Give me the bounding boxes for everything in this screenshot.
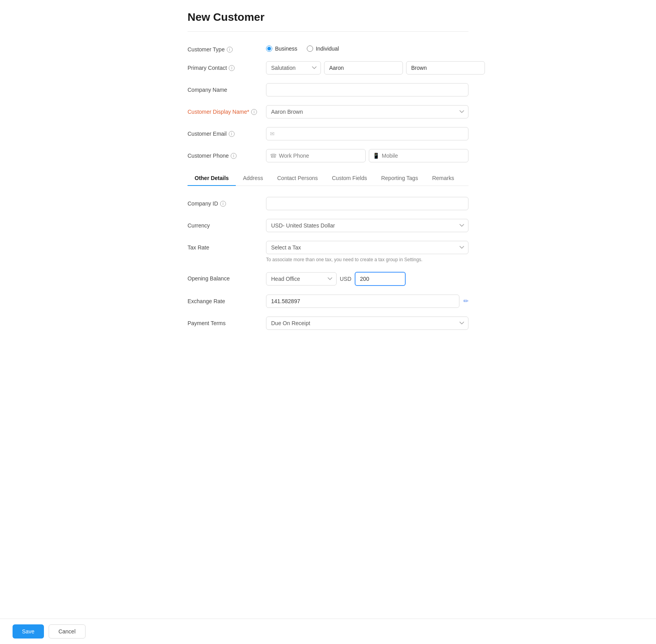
opening-balance-control: Head Office Branch 1 Branch 2 USD	[266, 272, 468, 286]
customer-phone-control: ☎ 📱	[266, 149, 468, 162]
tab-address[interactable]: Address	[236, 171, 270, 186]
opening-balance-amount-input[interactable]	[355, 272, 406, 286]
email-field-wrapper: ✉	[266, 127, 468, 140]
display-name-control: Aaron Brown Aaron Brown	[266, 105, 468, 118]
tax-rate-select[interactable]: Select a Tax	[266, 241, 468, 254]
currency-select[interactable]: USD- United States Dollar EUR- Euro GBP-…	[266, 219, 468, 232]
customer-type-row: Customer Type i Business Individual	[188, 43, 468, 53]
last-name-input[interactable]	[406, 61, 485, 75]
exchange-rate-control: ✏	[266, 295, 468, 308]
tab-contact-persons[interactable]: Contact Persons	[270, 171, 325, 186]
tab-other-details[interactable]: Other Details	[188, 171, 236, 186]
company-name-input[interactable]	[266, 83, 468, 96]
radio-individual[interactable]: Individual	[307, 45, 339, 52]
customer-email-control: ✉	[266, 127, 468, 140]
radio-business-label: Business	[275, 45, 297, 52]
payment-terms-select[interactable]: Due On Receipt Net 15 Net 30 Net 45 Net …	[266, 317, 468, 330]
currency-row: Currency USD- United States Dollar EUR- …	[188, 219, 468, 232]
company-name-row: Company Name	[188, 83, 468, 96]
customer-email-info-icon[interactable]: i	[229, 131, 235, 137]
company-id-control	[266, 197, 468, 210]
payment-terms-control: Due On Receipt Net 15 Net 30 Net 45 Net …	[266, 317, 468, 330]
exchange-rate-input[interactable]	[266, 295, 459, 308]
mobile-icon: 📱	[373, 153, 379, 159]
customer-email-label: Customer Email i	[188, 127, 266, 137]
display-name-row: Customer Display Name* i Aaron Brown Aar…	[188, 105, 468, 118]
tab-remarks[interactable]: Remarks	[425, 171, 461, 186]
primary-contact-control: Salutation Mr. Mrs. Ms. Dr. Prof.	[266, 61, 485, 75]
tabs: Other Details Address Contact Persons Cu…	[188, 171, 468, 186]
company-id-row: Company ID i	[188, 197, 468, 210]
opening-balance-row: Opening Balance Head Office Branch 1 Bra…	[188, 272, 468, 286]
radio-business-input[interactable]	[266, 45, 272, 52]
tab-reporting-tags[interactable]: Reporting Tags	[374, 171, 425, 186]
display-name-label: Customer Display Name* i	[188, 105, 266, 115]
customer-type-label: Customer Type i	[188, 43, 266, 53]
customer-phone-label: Customer Phone i	[188, 149, 266, 159]
primary-contact-label: Primary Contact i	[188, 61, 266, 71]
email-icon: ✉	[270, 131, 275, 137]
work-phone-icon: ☎	[270, 153, 277, 159]
company-name-control	[266, 83, 468, 96]
opening-balance-branch-select[interactable]: Head Office Branch 1 Branch 2	[266, 272, 337, 286]
opening-balance-currency: USD	[340, 276, 352, 282]
radio-individual-input[interactable]	[307, 45, 313, 52]
currency-label: Currency	[188, 219, 266, 229]
tab-custom-fields[interactable]: Custom Fields	[325, 171, 374, 186]
tax-rate-help: To associate more than one tax, you need…	[266, 257, 468, 263]
work-phone-field: ☎	[266, 149, 366, 162]
customer-email-input[interactable]	[266, 127, 468, 140]
customer-phone-row: Customer Phone i ☎ 📱	[188, 149, 468, 162]
tax-rate-control: Select a Tax To associate more than one …	[266, 241, 468, 263]
company-id-info-icon[interactable]: i	[220, 201, 226, 207]
customer-type-control: Business Individual	[266, 43, 468, 52]
display-name-info-icon[interactable]: i	[251, 109, 257, 115]
company-id-label: Company ID i	[188, 197, 266, 207]
payment-terms-row: Payment Terms Due On Receipt Net 15 Net …	[188, 317, 468, 330]
primary-contact-row: Primary Contact i Salutation Mr. Mrs. Ms…	[188, 61, 468, 75]
company-id-input[interactable]	[266, 197, 468, 210]
currency-control: USD- United States Dollar EUR- Euro GBP-…	[266, 219, 468, 232]
exchange-rate-row: Exchange Rate ✏	[188, 295, 468, 308]
radio-individual-label: Individual	[316, 45, 339, 52]
customer-phone-info-icon[interactable]: i	[231, 153, 237, 159]
title-divider	[188, 31, 468, 32]
tax-rate-label: Tax Rate	[188, 241, 266, 251]
radio-business[interactable]: Business	[266, 45, 297, 52]
customer-email-row: Customer Email i ✉	[188, 127, 468, 140]
display-name-select[interactable]: Aaron Brown Aaron Brown	[266, 105, 468, 118]
opening-balance-label: Opening Balance	[188, 272, 266, 282]
customer-type-info-icon[interactable]: i	[227, 47, 233, 53]
mobile-field: 📱	[369, 149, 468, 162]
mobile-input[interactable]	[369, 149, 468, 162]
company-name-label: Company Name	[188, 83, 266, 93]
page-title: New Customer	[188, 11, 468, 24]
first-name-input[interactable]	[324, 61, 403, 75]
primary-contact-info-icon[interactable]: i	[229, 65, 235, 71]
work-phone-input[interactable]	[266, 149, 366, 162]
exchange-rate-label: Exchange Rate	[188, 295, 266, 304]
payment-terms-label: Payment Terms	[188, 317, 266, 326]
exchange-rate-edit-icon[interactable]: ✏	[463, 297, 468, 305]
salutation-select[interactable]: Salutation Mr. Mrs. Ms. Dr. Prof.	[266, 61, 321, 75]
tax-rate-row: Tax Rate Select a Tax To associate more …	[188, 241, 468, 263]
